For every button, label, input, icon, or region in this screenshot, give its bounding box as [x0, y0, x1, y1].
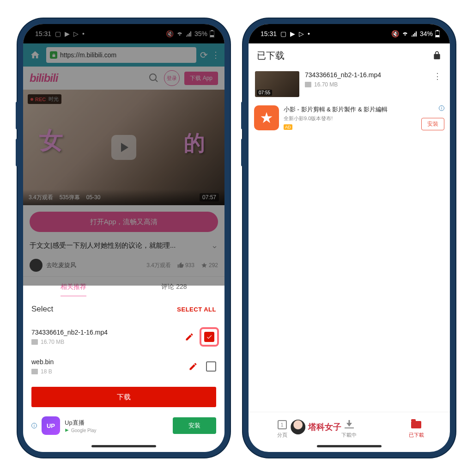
video-duration: 07:57 [200, 193, 219, 201]
url-bar[interactable]: https://m.bilibili.com [46, 47, 196, 63]
sheet-title: Select [31, 305, 53, 314]
tab-related[interactable]: 相关推荐 [23, 277, 124, 297]
site-header: bilibili 登录 下载 App [23, 67, 224, 90]
wifi-icon [401, 31, 409, 37]
checkbox-unchecked[interactable] [206, 361, 216, 372]
refresh-icon[interactable]: ⟳ [200, 49, 208, 61]
home-indicator[interactable] [317, 445, 382, 447]
open-app-button[interactable]: 打开App，流畅又高清 [30, 212, 218, 232]
dot-icon: • [308, 30, 310, 37]
edit-icon[interactable] [188, 362, 198, 371]
svg-rect-7 [436, 35, 439, 37]
play-icon[interactable] [111, 135, 136, 160]
ad-banner[interactable]: i UP Up直播 Google Play 安装 [31, 412, 216, 442]
info-icon[interactable]: i [31, 423, 37, 428]
video-meta: 3.4万观看 535弹幕 05-30 07:57 [23, 189, 224, 205]
install-button[interactable]: 安装 [173, 417, 216, 434]
lock-icon[interactable] [432, 51, 442, 60]
camera-notch [345, 33, 353, 42]
svg-rect-2 [210, 35, 214, 37]
screen-right: 15:31 ▢ ▶ ▷ • 🔇 34% 已下载 [249, 24, 450, 452]
download-button[interactable]: 下载 [31, 387, 216, 407]
uploader-views: 3.4万观看 [146, 262, 171, 269]
tab-comments[interactable]: 评论 228 [124, 277, 224, 297]
page-header: 已下载 [249, 43, 450, 67]
avatar[interactable] [30, 259, 42, 272]
like-count[interactable]: 933 [177, 262, 194, 269]
film-icon [31, 339, 38, 345]
home-indicator[interactable] [91, 445, 156, 447]
battery-text: 35% [194, 30, 207, 37]
film-icon [31, 369, 38, 374]
phone-mockup-right: 15:31 ▢ ▶ ▷ • 🔇 34% 已下载 [243, 18, 455, 458]
info-icon[interactable]: i [439, 105, 444, 111]
svg-point-3 [150, 74, 156, 80]
file-size: 18 B [31, 368, 188, 375]
camera-notch [120, 33, 128, 42]
play-store-icon: ▷ [73, 30, 79, 37]
highlight-annotation [200, 327, 219, 347]
status-time: 15:31 [35, 30, 51, 37]
file-size: 16.70 MB [31, 339, 185, 345]
bottom-nav: 1 分頁 下載中 已下載 [249, 412, 450, 445]
watermark: 塔科女子 [290, 419, 341, 435]
checkbox-checked[interactable] [204, 332, 214, 342]
signal-icon [186, 31, 192, 37]
download-item: 734336616_nb2-1-16.mp4 16.70 MB [31, 322, 216, 352]
ad-subtitle: 全新小影9.0版本發布! [284, 115, 417, 122]
page-title: 已下载 [257, 49, 285, 62]
photo-icon: ▢ [55, 30, 61, 37]
more-icon[interactable]: ⋮ [431, 71, 443, 97]
ad-app-title: Up直播 [65, 419, 168, 427]
bilibili-logo[interactable]: bilibili [30, 72, 58, 85]
nav-downloaded[interactable]: 已下載 [383, 412, 450, 445]
lock-icon [50, 51, 57, 59]
status-time: 15:31 [261, 30, 277, 37]
download-selection-sheet: Select SELECT ALL 734336616_nb2-1-16.mp4… [23, 296, 224, 452]
edit-icon[interactable] [185, 332, 194, 342]
video-thumbnail: 07:55 [255, 71, 299, 97]
downloaded-file-item[interactable]: 07:55 734336616_nb2-1-16.mp4 16.70 MB ⋮ [249, 67, 450, 101]
thumb-duration: 07:55 [257, 90, 272, 96]
video-title: 于文文|感受一下别人对她性别的议论，就能理... ⌄ [23, 237, 224, 254]
download-item: web.bin 18 B [31, 352, 216, 381]
svg-line-4 [155, 79, 158, 82]
file-size: 16.70 MB [305, 81, 426, 88]
wifi-icon [176, 31, 183, 37]
uploader-row: 去吃麦旋风 3.4万观看 933 292 [23, 254, 224, 276]
install-button[interactable]: 安裝 [421, 118, 444, 130]
screen-left: 15:31 ▢ ▶ ▷ • 🔇 35% [23, 24, 224, 452]
youtube-icon: ▶ [290, 30, 295, 37]
ad-card[interactable]: 小影 - 影片剪輯 & 影片製作 & 影片編輯 全新小影9.0版本發布! AD … [249, 101, 450, 135]
watermark-avatar [290, 419, 306, 435]
file-name: web.bin [31, 358, 188, 366]
mute-icon: 🔇 [391, 30, 399, 37]
file-name: 734336616_nb2-1-16.mp4 [31, 329, 185, 336]
url-text: https://m.bilibili.com [60, 51, 116, 59]
fav-count[interactable]: 292 [201, 262, 218, 269]
chevron-down-icon[interactable]: ⌄ [211, 240, 218, 250]
dot-icon: • [82, 30, 85, 37]
ad-app-icon: UP [42, 416, 60, 435]
pages-icon: 1 [278, 420, 287, 429]
video-danmu: 535弹幕 [60, 194, 80, 201]
video-views: 3.4万观看 [29, 194, 53, 201]
ad-title: 小影 - 影片剪輯 & 影片製作 & 影片編輯 [284, 105, 417, 114]
uploader-name[interactable]: 去吃麦旋风 [46, 261, 76, 269]
file-name: 734336616_nb2-1-16.mp4 [305, 71, 426, 79]
video-player[interactable]: REC时光 女 的 3.4万观看 535弹幕 05-30 07:57 [23, 90, 224, 205]
battery-icon [435, 30, 440, 37]
video-overlay-text-left: 女 [39, 124, 63, 157]
download-app-button[interactable]: 下载 App [184, 72, 218, 85]
home-icon[interactable] [28, 48, 42, 62]
film-icon [305, 82, 311, 87]
photo-icon: ▢ [280, 30, 286, 37]
phone-mockup-left: 15:31 ▢ ▶ ▷ • 🔇 35% [18, 18, 230, 458]
select-all-button[interactable]: SELECT ALL [177, 306, 216, 313]
video-overlay-text-right: 的 [184, 129, 205, 158]
video-date: 05-30 [86, 194, 101, 201]
menu-icon[interactable]: ⋮ [212, 50, 220, 60]
login-button[interactable]: 登录 [164, 70, 180, 86]
search-icon[interactable] [148, 73, 159, 84]
mute-icon: 🔇 [166, 30, 174, 37]
